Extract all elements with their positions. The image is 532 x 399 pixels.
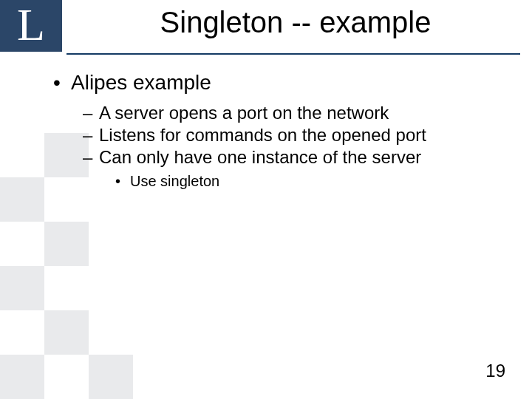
dash-icon: – [83,102,99,124]
bullet-level2-text: Can only have one instance of the server [99,147,421,167]
bullet-level2-text: A server opens a port on the network [99,103,389,123]
bullet-level2: –Listens for commands on the opened port [83,124,510,146]
slide-content: •Alipes example –A server opens a port o… [53,71,510,190]
logo-box: L [0,0,62,52]
page-number: 19 [485,361,505,381]
dash-icon: – [83,146,99,168]
logo-letter: L [17,1,45,47]
bullet-dot-icon: • [115,173,130,190]
bullet-level1: •Alipes example [53,71,510,95]
bullet-level2: –Can only have one instance of the serve… [83,146,510,168]
bullet-level3: •Use singleton [115,173,510,190]
dash-icon: – [83,124,99,146]
slide-title: Singleton -- example [74,6,517,39]
title-divider [66,53,520,55]
bullet-level2: –A server opens a port on the network [83,102,510,124]
bullet-level2-text: Listens for commands on the opened port [99,125,426,145]
bullet-dot-icon: • [53,71,71,95]
bullet-level1-text: Alipes example [71,71,211,94]
bullet-level3-text: Use singleton [130,173,219,189]
